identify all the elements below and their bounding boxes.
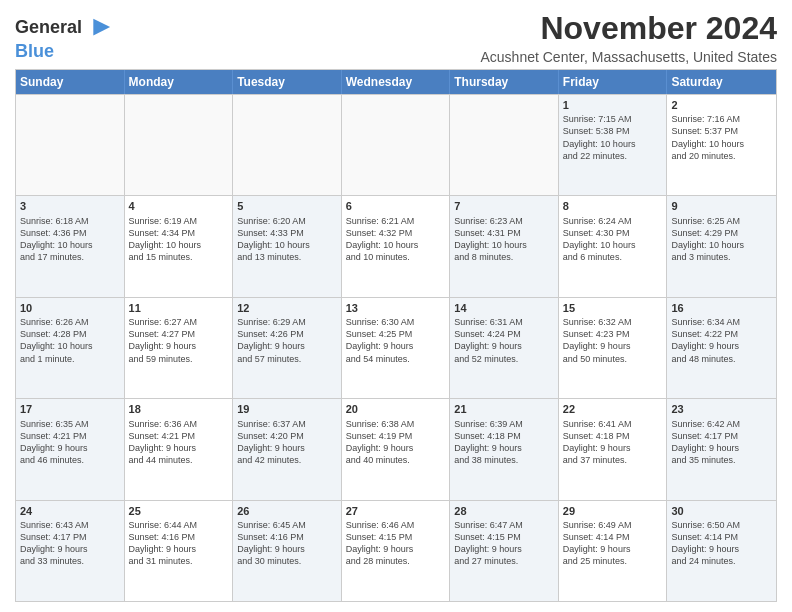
logo-text-line2: Blue xyxy=(15,42,112,62)
cal-cell-day-10: 10Sunrise: 6:26 AM Sunset: 4:28 PM Dayli… xyxy=(16,298,125,398)
day-number-8: 8 xyxy=(563,199,663,213)
header-wednesday: Wednesday xyxy=(342,70,451,94)
day-number-19: 19 xyxy=(237,402,337,416)
day-info-2: Sunrise: 7:16 AM Sunset: 5:37 PM Dayligh… xyxy=(671,113,772,162)
month-title: November 2024 xyxy=(481,10,778,47)
day-info-18: Sunrise: 6:36 AM Sunset: 4:21 PM Dayligh… xyxy=(129,418,229,467)
cal-cell-day-26: 26Sunrise: 6:45 AM Sunset: 4:16 PM Dayli… xyxy=(233,501,342,601)
cal-cell-empty xyxy=(450,95,559,195)
day-info-19: Sunrise: 6:37 AM Sunset: 4:20 PM Dayligh… xyxy=(237,418,337,467)
day-info-23: Sunrise: 6:42 AM Sunset: 4:17 PM Dayligh… xyxy=(671,418,772,467)
day-info-1: Sunrise: 7:15 AM Sunset: 5:38 PM Dayligh… xyxy=(563,113,663,162)
day-number-4: 4 xyxy=(129,199,229,213)
day-info-6: Sunrise: 6:21 AM Sunset: 4:32 PM Dayligh… xyxy=(346,215,446,264)
svg-marker-0 xyxy=(93,19,110,36)
day-info-24: Sunrise: 6:43 AM Sunset: 4:17 PM Dayligh… xyxy=(20,519,120,568)
day-info-26: Sunrise: 6:45 AM Sunset: 4:16 PM Dayligh… xyxy=(237,519,337,568)
day-number-24: 24 xyxy=(20,504,120,518)
day-number-11: 11 xyxy=(129,301,229,315)
cal-cell-day-3: 3Sunrise: 6:18 AM Sunset: 4:36 PM Daylig… xyxy=(16,196,125,296)
day-info-13: Sunrise: 6:30 AM Sunset: 4:25 PM Dayligh… xyxy=(346,316,446,365)
cal-cell-day-21: 21Sunrise: 6:39 AM Sunset: 4:18 PM Dayli… xyxy=(450,399,559,499)
cal-cell-day-11: 11Sunrise: 6:27 AM Sunset: 4:27 PM Dayli… xyxy=(125,298,234,398)
cal-cell-empty xyxy=(233,95,342,195)
header-sunday: Sunday xyxy=(16,70,125,94)
day-info-15: Sunrise: 6:32 AM Sunset: 4:23 PM Dayligh… xyxy=(563,316,663,365)
logo-text-line1: General xyxy=(15,18,82,38)
cal-cell-day-20: 20Sunrise: 6:38 AM Sunset: 4:19 PM Dayli… xyxy=(342,399,451,499)
cal-cell-day-6: 6Sunrise: 6:21 AM Sunset: 4:32 PM Daylig… xyxy=(342,196,451,296)
day-info-4: Sunrise: 6:19 AM Sunset: 4:34 PM Dayligh… xyxy=(129,215,229,264)
calendar-week-1: 1Sunrise: 7:15 AM Sunset: 5:38 PM Daylig… xyxy=(16,94,776,195)
day-info-11: Sunrise: 6:27 AM Sunset: 4:27 PM Dayligh… xyxy=(129,316,229,365)
cal-cell-day-30: 30Sunrise: 6:50 AM Sunset: 4:14 PM Dayli… xyxy=(667,501,776,601)
page: General Blue November 2024 Acushnet Cent… xyxy=(0,0,792,612)
day-info-17: Sunrise: 6:35 AM Sunset: 4:21 PM Dayligh… xyxy=(20,418,120,467)
day-info-28: Sunrise: 6:47 AM Sunset: 4:15 PM Dayligh… xyxy=(454,519,554,568)
calendar-week-3: 10Sunrise: 6:26 AM Sunset: 4:28 PM Dayli… xyxy=(16,297,776,398)
day-number-15: 15 xyxy=(563,301,663,315)
day-number-28: 28 xyxy=(454,504,554,518)
header-tuesday: Tuesday xyxy=(233,70,342,94)
cal-cell-day-16: 16Sunrise: 6:34 AM Sunset: 4:22 PM Dayli… xyxy=(667,298,776,398)
day-info-20: Sunrise: 6:38 AM Sunset: 4:19 PM Dayligh… xyxy=(346,418,446,467)
day-number-23: 23 xyxy=(671,402,772,416)
cal-cell-day-4: 4Sunrise: 6:19 AM Sunset: 4:34 PM Daylig… xyxy=(125,196,234,296)
header: General Blue November 2024 Acushnet Cent… xyxy=(15,10,777,65)
day-number-27: 27 xyxy=(346,504,446,518)
cal-cell-day-25: 25Sunrise: 6:44 AM Sunset: 4:16 PM Dayli… xyxy=(125,501,234,601)
day-info-7: Sunrise: 6:23 AM Sunset: 4:31 PM Dayligh… xyxy=(454,215,554,264)
cal-cell-empty xyxy=(125,95,234,195)
cal-cell-day-2: 2Sunrise: 7:16 AM Sunset: 5:37 PM Daylig… xyxy=(667,95,776,195)
day-number-3: 3 xyxy=(20,199,120,213)
day-number-17: 17 xyxy=(20,402,120,416)
cal-cell-day-9: 9Sunrise: 6:25 AM Sunset: 4:29 PM Daylig… xyxy=(667,196,776,296)
day-number-10: 10 xyxy=(20,301,120,315)
calendar-week-4: 17Sunrise: 6:35 AM Sunset: 4:21 PM Dayli… xyxy=(16,398,776,499)
day-number-20: 20 xyxy=(346,402,446,416)
cal-cell-day-15: 15Sunrise: 6:32 AM Sunset: 4:23 PM Dayli… xyxy=(559,298,668,398)
title-area: November 2024 Acushnet Center, Massachus… xyxy=(481,10,778,65)
calendar: Sunday Monday Tuesday Wednesday Thursday… xyxy=(15,69,777,602)
cal-cell-day-19: 19Sunrise: 6:37 AM Sunset: 4:20 PM Dayli… xyxy=(233,399,342,499)
cal-cell-day-7: 7Sunrise: 6:23 AM Sunset: 4:31 PM Daylig… xyxy=(450,196,559,296)
day-number-25: 25 xyxy=(129,504,229,518)
day-info-5: Sunrise: 6:20 AM Sunset: 4:33 PM Dayligh… xyxy=(237,215,337,264)
day-number-29: 29 xyxy=(563,504,663,518)
day-info-29: Sunrise: 6:49 AM Sunset: 4:14 PM Dayligh… xyxy=(563,519,663,568)
day-number-21: 21 xyxy=(454,402,554,416)
header-monday: Monday xyxy=(125,70,234,94)
location: Acushnet Center, Massachusetts, United S… xyxy=(481,49,778,65)
day-info-27: Sunrise: 6:46 AM Sunset: 4:15 PM Dayligh… xyxy=(346,519,446,568)
day-number-9: 9 xyxy=(671,199,772,213)
day-number-12: 12 xyxy=(237,301,337,315)
day-number-1: 1 xyxy=(563,98,663,112)
cal-cell-day-13: 13Sunrise: 6:30 AM Sunset: 4:25 PM Dayli… xyxy=(342,298,451,398)
day-info-9: Sunrise: 6:25 AM Sunset: 4:29 PM Dayligh… xyxy=(671,215,772,264)
day-number-7: 7 xyxy=(454,199,554,213)
header-friday: Friday xyxy=(559,70,668,94)
header-saturday: Saturday xyxy=(667,70,776,94)
cal-cell-day-1: 1Sunrise: 7:15 AM Sunset: 5:38 PM Daylig… xyxy=(559,95,668,195)
day-number-22: 22 xyxy=(563,402,663,416)
cal-cell-day-24: 24Sunrise: 6:43 AM Sunset: 4:17 PM Dayli… xyxy=(16,501,125,601)
cal-cell-day-29: 29Sunrise: 6:49 AM Sunset: 4:14 PM Dayli… xyxy=(559,501,668,601)
cal-cell-day-27: 27Sunrise: 6:46 AM Sunset: 4:15 PM Dayli… xyxy=(342,501,451,601)
day-info-12: Sunrise: 6:29 AM Sunset: 4:26 PM Dayligh… xyxy=(237,316,337,365)
cal-cell-day-8: 8Sunrise: 6:24 AM Sunset: 4:30 PM Daylig… xyxy=(559,196,668,296)
header-thursday: Thursday xyxy=(450,70,559,94)
logo: General Blue xyxy=(15,14,112,62)
cal-cell-day-17: 17Sunrise: 6:35 AM Sunset: 4:21 PM Dayli… xyxy=(16,399,125,499)
day-number-18: 18 xyxy=(129,402,229,416)
day-number-6: 6 xyxy=(346,199,446,213)
day-info-16: Sunrise: 6:34 AM Sunset: 4:22 PM Dayligh… xyxy=(671,316,772,365)
day-info-10: Sunrise: 6:26 AM Sunset: 4:28 PM Dayligh… xyxy=(20,316,120,365)
cal-cell-day-22: 22Sunrise: 6:41 AM Sunset: 4:18 PM Dayli… xyxy=(559,399,668,499)
day-info-8: Sunrise: 6:24 AM Sunset: 4:30 PM Dayligh… xyxy=(563,215,663,264)
day-number-5: 5 xyxy=(237,199,337,213)
day-info-25: Sunrise: 6:44 AM Sunset: 4:16 PM Dayligh… xyxy=(129,519,229,568)
cal-cell-empty xyxy=(342,95,451,195)
day-number-14: 14 xyxy=(454,301,554,315)
calendar-week-5: 24Sunrise: 6:43 AM Sunset: 4:17 PM Dayli… xyxy=(16,500,776,601)
calendar-week-2: 3Sunrise: 6:18 AM Sunset: 4:36 PM Daylig… xyxy=(16,195,776,296)
